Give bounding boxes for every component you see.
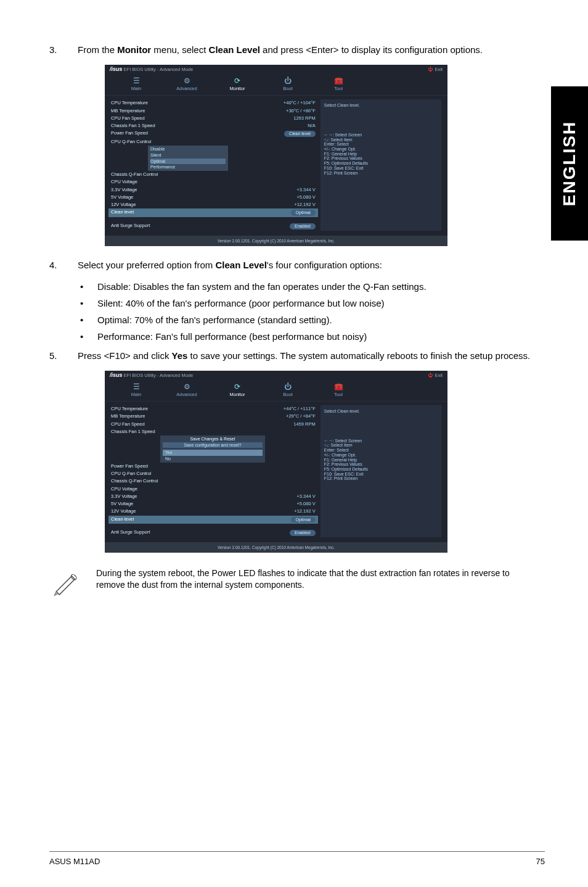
gear-icon: ⚙ [161,77,212,85]
power-icon: ⏻ [263,77,313,85]
tab-advanced: ⚙Advanced [161,77,212,91]
bullet: •Performance: Fan's full performance (be… [80,330,539,343]
footer-model: ASUS M11AD [49,857,100,866]
monitor-icon: ⟳ [212,77,263,85]
page-footer: ASUS M11AD 75 [49,851,545,866]
note-text: During the system reboot, the Power LED … [96,565,539,591]
bios-titlebar: /isus EFI BIOS Utility - Advanced Mode ⏻… [105,65,447,75]
save-dialog: Save Changes & Reset Save configuration … [160,435,265,463]
tool-icon: 🧰 [313,383,364,391]
bios-titlebar: /isus EFI BIOS Utility - Advanced Mode ⏻… [105,371,447,381]
bios-screenshot-2: /isus EFI BIOS Utility - Advanced Mode ⏻… [105,371,447,553]
dialog-yes: Yes [163,450,263,456]
bios-left-panel: CPU Temperature+40°C / +104°F MB Tempera… [111,99,316,230]
bullet: •Silent: 40% of the fan's performance (p… [80,297,539,310]
clean-level-selected-row: Clean levelOptimal [108,208,318,217]
step-number: 5. [49,349,62,362]
bios-screenshot-1: /isus EFI BIOS Utility - Advanced Mode ⏻… [105,65,447,246]
language-tab: ENGLISH [551,86,588,241]
monitor-icon: ⟳ [212,383,263,391]
clean-level-options: Disable Silent Optimal Performance [148,146,228,171]
tab-monitor: ⟳Monitor [212,77,263,91]
step-text: Select your preferred option from Clean … [78,258,539,271]
dialog-no: No [163,456,263,462]
svg-point-0 [70,574,78,581]
step-number: 3. [49,43,62,56]
tab-main: ☰Main [111,77,161,91]
power-icon: ⏻ [263,383,313,391]
bios-footer: Version 2.00.1201. Copyright (C) 2010 Am… [105,236,447,246]
tab-boot: ⏻Boot [263,77,313,91]
gear-icon: ⚙ [161,383,212,391]
bullet: •Disable: Disables the fan system and th… [80,280,539,293]
note: During the system reboot, the Power LED … [49,565,539,600]
list-icon: ☰ [111,383,161,391]
step-3: 3. From the Monitor menu, select Clean L… [49,43,539,56]
footer-page-number: 75 [536,857,545,866]
list-icon: ☰ [111,77,161,85]
step-text: From the Monitor menu, select Clean Leve… [78,43,539,56]
bios-help-panel: Select Clean level. ←→: Select Screen ↑↓… [321,99,441,230]
tool-icon: 🧰 [313,77,364,85]
clean-level-button: Clean level [284,131,316,137]
bios-tabs: ☰Main ⚙Advanced ⟳Monitor ⏻Boot 🧰Tool [105,75,447,96]
pen-note-icon [49,565,84,600]
tab-tool: 🧰Tool [313,77,364,91]
bios-exit: ⏻ Exit [428,67,443,72]
step-5: 5. Press <F10> and click Yes to save you… [49,349,539,362]
bullet: •Optimal: 70% of the fan's performance (… [80,313,539,326]
step-4: 4. Select your preferred option from Cle… [49,258,539,271]
step-text: Press <F10> and click Yes to save your s… [78,349,539,362]
step-number: 4. [49,258,62,271]
